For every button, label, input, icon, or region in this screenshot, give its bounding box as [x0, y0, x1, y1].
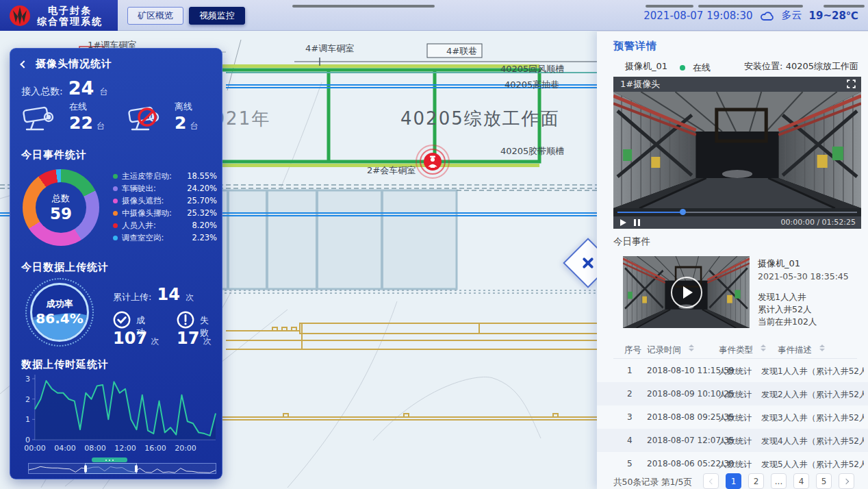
svg-text:08:00: 08:00 — [84, 444, 106, 453]
player-time: 00:00:00 / 01:52:25 — [780, 218, 856, 227]
cumulative-value: 14 — [157, 285, 179, 304]
nav-mine-overview[interactable]: 矿区概览 — [127, 7, 183, 25]
slider-window[interactable] — [85, 463, 137, 474]
donut-center-value: 59 — [50, 205, 72, 223]
event-play-overlay[interactable] — [623, 256, 750, 328]
table-row[interactable]: 32018-08-08 09:25:35人数统计发现3人入井（累计入井52人..… — [597, 405, 868, 429]
access-total: 接入总数: 24 台 — [21, 77, 107, 99]
fullscreen-icon[interactable] — [847, 79, 856, 88]
camera-stats-panel: 摄像头情况统计 接入总数: 24 台 在线 22 台 离线 2 台 — [10, 48, 222, 479]
next-page-button[interactable] — [839, 473, 854, 489]
cumulative-label: 累计上传: — [113, 292, 151, 302]
online-value: 22 — [69, 113, 93, 133]
cell: 人数统计 — [719, 436, 752, 447]
page-button-1[interactable]: 1 — [726, 473, 741, 489]
player-controls: 00:00:00 / 01:52:25 — [613, 216, 861, 229]
fail-exclamation-icon — [177, 311, 194, 329]
legend-dot — [113, 174, 118, 179]
video-player: 1#摄像头 00:00:00 / 01:52:25 — [613, 77, 861, 229]
cell: 人数统计 — [719, 459, 752, 471]
slider-grip[interactable] — [92, 457, 127, 462]
event-desc-line: 累计入井52人 — [758, 304, 811, 316]
cell: 4 — [627, 436, 633, 445]
sort-icon[interactable] — [761, 344, 766, 351]
latency-line-chart: 012300:0004:0008:0012:0016:0020:00 — [16, 369, 221, 460]
events-section-title: 今日事件统计 — [21, 149, 87, 162]
chevron-left-icon — [709, 478, 714, 484]
slider-handle-left[interactable] — [84, 465, 87, 473]
svg-text:20:00: 20:00 — [175, 444, 196, 453]
page-button-2[interactable]: 2 — [748, 473, 764, 489]
table-row[interactable]: 22018-08-09 10:10:25人数统计发现2人入井（累计入井52人..… — [597, 382, 868, 405]
prev-page-button[interactable] — [703, 473, 719, 489]
pagination: 12...45 — [703, 473, 854, 489]
progress-knob[interactable] — [680, 209, 686, 215]
legend-item: 主运皮带启动:18.55% — [113, 170, 217, 182]
offline-unit: 台 — [190, 121, 199, 131]
legend-item: 摄像头遮挡:25.70% — [113, 195, 217, 207]
cumulative-uploads: 累计上传: 14 次 — [113, 285, 194, 304]
weather-cloud-icon — [760, 10, 775, 21]
cumulative-unit: 次 — [186, 292, 194, 302]
legend-item: 人员入井:8.20% — [113, 219, 217, 231]
header: 电子封条 综合管理系统 矿区概览 视频监控 2021-08-07 19:08:3… — [0, 0, 868, 31]
slider-handle-right[interactable] — [135, 465, 138, 473]
back-icon[interactable] — [20, 60, 27, 68]
table-row[interactable]: 12018-08-10 11:15:59人数统计发现1人入井（累计入井52人..… — [597, 359, 868, 382]
cell: 发现3人入井（累计入井52人... — [761, 412, 864, 424]
today-events-title: 今日事件 — [613, 236, 650, 248]
svg-text:3: 3 — [25, 375, 30, 384]
player-titlebar: 1#摄像头 — [613, 77, 861, 92]
fail-unit: 次 — [203, 336, 212, 346]
app-title-line2: 综合管理系统 — [37, 16, 103, 27]
svg-text:00:00: 00:00 — [24, 444, 46, 453]
panel-title: 摄像头情况统计 — [36, 58, 112, 70]
table-row[interactable]: 42018-08-07 12:07:35人数统计发现4人入井（累计入井52人..… — [597, 429, 868, 452]
table-row[interactable]: 52018-08-06 05:22:30人数统计发现5人入井（累计入井52人..… — [597, 452, 868, 475]
svg-text:2: 2 — [25, 395, 30, 404]
sort-icon[interactable] — [689, 344, 694, 351]
cell: 发现1人入井（累计入井52人... — [761, 366, 864, 377]
event-desc-line: 当前在井102人 — [758, 316, 817, 328]
chart-zoom-slider[interactable] — [28, 463, 216, 474]
video-frame[interactable] — [613, 92, 861, 208]
datetime-text: 2021-08-07 19:08:30 — [643, 10, 752, 22]
install-value: 40205综放工作面 — [786, 61, 858, 71]
cell: 人数统计 — [719, 389, 752, 401]
cell: 人数统计 — [719, 366, 752, 377]
ruler-dash — [292, 5, 435, 8]
camera-status: 在线 — [680, 60, 711, 74]
access-total-value: 24 — [68, 77, 94, 99]
progress-fill — [617, 212, 682, 213]
online-label: 在线 — [69, 101, 105, 113]
donut-center-label: 总数 — [52, 192, 70, 205]
cell: 1 — [627, 366, 633, 375]
camera-offline-icon — [125, 102, 169, 135]
sort-icon[interactable] — [819, 344, 825, 351]
page-ellipsis[interactable]: ... — [771, 473, 787, 489]
legend-dot — [113, 199, 118, 203]
col-desc: 事件描述 — [778, 344, 812, 356]
success-rate-gauge: 成功率 86.4% — [25, 278, 94, 347]
alert-panel-title: 预警详情 — [613, 40, 657, 53]
svg-text:16:00: 16:00 — [144, 444, 166, 453]
col-type: 事件类型 — [719, 344, 753, 356]
status-text: 在线 — [693, 62, 711, 73]
cell: 2 — [627, 389, 633, 399]
online-cameras: 在线 22 台 — [20, 99, 123, 139]
cell: 5 — [627, 459, 633, 468]
page-button-5[interactable]: 5 — [816, 473, 832, 489]
cell: 发现4人入井（累计入井52人... — [761, 436, 864, 447]
video-progress-bar[interactable] — [613, 208, 861, 216]
pause-icon[interactable] — [634, 219, 640, 226]
player-title: 1#摄像头 — [620, 79, 660, 89]
offline-label: 离线 — [175, 101, 199, 113]
col-index: 序号 — [624, 344, 641, 356]
play-icon[interactable] — [620, 219, 626, 226]
nav-video-monitor[interactable]: 视频监控 — [189, 7, 245, 25]
logo-icon — [8, 4, 31, 27]
legend-dot — [113, 223, 118, 228]
donut-center: 总数 59 — [36, 182, 86, 233]
page-button-4[interactable]: 4 — [793, 473, 809, 489]
status-dot — [680, 65, 685, 71]
